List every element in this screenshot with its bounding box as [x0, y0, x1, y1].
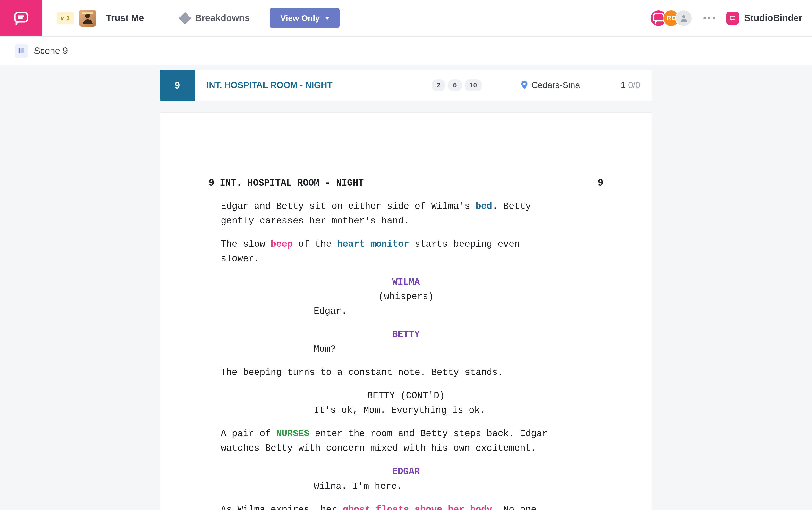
more-menu-button[interactable] [701, 14, 718, 22]
scene-label: Scene 9 [34, 46, 68, 56]
studiobinder-label: StudioBinder [744, 13, 802, 23]
page-count: 1 [621, 80, 626, 90]
user-icon [679, 13, 688, 23]
content-area: 9 INT. HOSPITAL ROOM - NIGHT 2 6 10 Ceda… [0, 65, 812, 510]
action-block[interactable]: As Wilma expires, her ghost floats above… [221, 503, 551, 510]
chat-mini-icon [729, 14, 736, 22]
toolbar-left: v 3 Trust Me Breakdowns View Only [57, 8, 340, 28]
tag-pills: 2 6 10 [432, 80, 482, 91]
chat-icon [12, 10, 30, 27]
svg-rect-9 [21, 48, 24, 53]
scene-num-left: 9 [209, 178, 214, 188]
svg-point-6 [682, 15, 686, 18]
scene-header-card: 9 INT. HOSPITAL ROOM - NIGHT 2 6 10 Ceda… [160, 70, 652, 101]
brand-logo[interactable] [0, 0, 42, 36]
breakdowns-nav[interactable]: Breakdowns [181, 13, 250, 23]
parenthetical: (whispers) [209, 290, 603, 304]
action-block[interactable]: Edgar and Betty sit on either side of Wi… [221, 199, 551, 228]
svg-rect-5 [654, 13, 664, 21]
script-page: 9 INT. HOSPITAL ROOM - NIGHT 9 Edgar and… [160, 113, 652, 510]
scene-num-right: 9 [598, 176, 603, 190]
scene-slugline[interactable]: INT. HOSPITAL ROOM - NIGHT [206, 80, 332, 90]
studiobinder-logo [726, 12, 739, 25]
tag-sound[interactable]: beep [270, 239, 293, 249]
scene-chip[interactable]: Scene 9 [14, 44, 68, 58]
chevron-down-icon [325, 17, 330, 20]
scene-header-row: 9 INT. HOSPITAL ROOM - NIGHT 2 6 10 Ceda… [160, 70, 652, 100]
svg-rect-7 [730, 16, 735, 20]
sub-toolbar: Scene 9 [0, 37, 812, 65]
svg-rect-4 [82, 12, 93, 14]
character-cue[interactable]: BETTY (CONT'D) [209, 389, 603, 403]
columns-icon [18, 47, 25, 54]
action-block[interactable]: The beeping turns to a constant note. Be… [221, 365, 551, 380]
person-icon [80, 11, 95, 26]
svg-point-10 [523, 83, 526, 85]
character-cue[interactable]: BETTY [209, 327, 603, 342]
tag-vfx[interactable]: ghost floats above her body [343, 504, 492, 510]
svg-point-3 [85, 13, 90, 18]
avatar-anon[interactable] [675, 10, 692, 27]
breakdowns-label: Breakdowns [195, 13, 250, 23]
script-body: 9 INT. HOSPITAL ROOM - NIGHT 9 Edgar and… [209, 176, 603, 510]
character-cue[interactable]: WILMA [209, 275, 603, 290]
tag-prop[interactable]: heart monitor [337, 239, 409, 249]
svg-rect-8 [19, 48, 21, 53]
page-stat: 1 0/0 [621, 80, 640, 90]
scene-icon-box [14, 44, 28, 58]
project-avatar[interactable] [79, 10, 96, 27]
tag-pill[interactable]: 2 [432, 80, 445, 91]
project-title[interactable]: Trust Me [106, 13, 144, 23]
view-only-label: View Only [280, 13, 320, 23]
view-only-button[interactable]: View Only [270, 8, 340, 28]
location-field[interactable]: Cedars-Sinai [521, 80, 582, 90]
tag-extra[interactable]: NURSES [276, 428, 310, 439]
action-block[interactable]: The slow beep of the heart monitor start… [221, 237, 551, 266]
version-badge[interactable]: v 3 [57, 12, 74, 24]
page-fraction: 0/0 [628, 80, 640, 90]
character-cue[interactable]: EDGAR [209, 464, 603, 479]
action-block[interactable]: A pair of NURSES enter the room and Bett… [221, 426, 551, 456]
dialogue[interactable]: It's ok, Mom. Everything is ok. [314, 403, 498, 418]
script-slugline-row: 9 INT. HOSPITAL ROOM - NIGHT 9 [209, 176, 603, 190]
slug-text: INT. HOSPITAL ROOM - NIGHT [220, 178, 364, 188]
tag-pill[interactable]: 10 [465, 80, 482, 91]
scene-number-box[interactable]: 9 [160, 70, 195, 100]
svg-rect-0 [14, 12, 27, 22]
location-pin-icon [521, 81, 528, 90]
toolbar-right: RD StudioBinder [650, 10, 802, 27]
tag-prop[interactable]: bed [475, 201, 492, 212]
top-toolbar: v 3 Trust Me Breakdowns View Only RD [0, 0, 812, 37]
location-name: Cedars-Sinai [531, 80, 582, 90]
collaborator-avatars[interactable]: RD [650, 10, 692, 27]
dialogue[interactable]: Mom? [314, 342, 498, 357]
studiobinder-brand[interactable]: StudioBinder [726, 12, 802, 25]
dialogue[interactable]: Wilma. I'm here. [314, 479, 498, 494]
dialogue[interactable]: Edgar. [314, 304, 498, 319]
tag-pill[interactable]: 6 [448, 80, 462, 91]
diamond-icon [179, 12, 192, 24]
